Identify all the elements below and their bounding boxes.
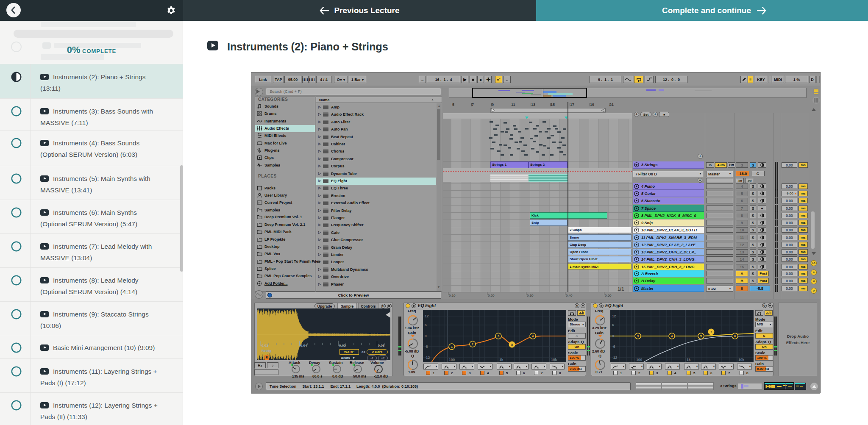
- svg-text:4: 4: [671, 334, 673, 338]
- svg-text:0:05: 0:05: [339, 344, 346, 347]
- svg-text:3: 3: [498, 334, 500, 338]
- svg-text:7: 7: [710, 330, 712, 334]
- svg-text:4: 4: [532, 334, 534, 338]
- svg-text:12: 12: [612, 314, 616, 318]
- svg-text:0:03: 0:03: [262, 344, 269, 347]
- svg-text:6: 6: [612, 323, 614, 327]
- svg-text:-12: -12: [612, 356, 618, 360]
- svg-text:1k: 1k: [687, 358, 691, 362]
- svg-text:6: 6: [734, 334, 736, 338]
- svg-text:0: 0: [425, 334, 427, 338]
- svg-text:10k: 10k: [738, 358, 744, 362]
- svg-text:-12: -12: [425, 356, 430, 360]
- svg-text:12: 12: [425, 314, 429, 318]
- svg-text:0: 0: [612, 334, 614, 338]
- svg-text:-6: -6: [612, 344, 615, 349]
- svg-text:5: 5: [511, 343, 513, 347]
- svg-text:2: 2: [472, 342, 474, 346]
- svg-text:10k: 10k: [551, 358, 557, 362]
- svg-text:1: 1: [451, 345, 453, 349]
- svg-text:100: 100: [449, 358, 455, 362]
- svg-text:100: 100: [636, 358, 642, 362]
- svg-text:1k: 1k: [499, 358, 504, 362]
- svg-text:0:04: 0:04: [300, 344, 308, 347]
- svg-text:3: 3: [637, 334, 639, 338]
- svg-text:6: 6: [425, 323, 427, 327]
- svg-text:-6: -6: [425, 344, 428, 349]
- svg-text:0:06: 0:06: [378, 344, 385, 347]
- svg-text:5: 5: [700, 334, 702, 338]
